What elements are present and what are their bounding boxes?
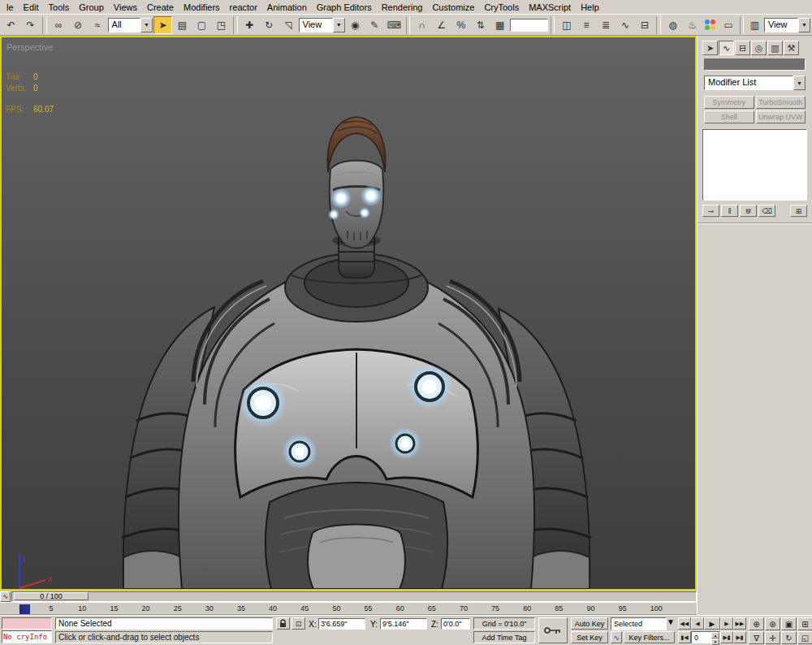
selection-lock-button[interactable]	[276, 617, 290, 630]
spinner-snap-icon[interactable]: ⇅	[471, 16, 490, 34]
arc-rotate-icon[interactable]: ↻	[781, 631, 797, 644]
pan-view-icon[interactable]: ✛	[765, 631, 780, 644]
set-keys-button[interactable]	[538, 617, 568, 643]
modifier-stack-list[interactable]	[702, 129, 807, 201]
menu-item[interactable]: Customize	[427, 2, 479, 13]
key-filters-button[interactable]: Key Filters...	[624, 631, 675, 643]
configure-modifier-sets-icon[interactable]: ⊞	[790, 205, 807, 217]
auto-key-button[interactable]: Auto Key	[571, 617, 608, 630]
menu-item[interactable]: CryTools	[479, 2, 524, 13]
menu-item[interactable]: Group	[74, 2, 109, 13]
selection-filter-dropdown[interactable]: All ▼	[108, 18, 153, 32]
rendered-frame-window-icon[interactable]: ▭	[720, 16, 737, 34]
viewport-layout-icon[interactable]: ▥	[746, 16, 763, 34]
select-and-manipulate-icon[interactable]: ✎	[365, 16, 384, 34]
show-end-result-icon[interactable]: ‖	[721, 205, 738, 217]
perspective-viewport[interactable]: z x Perspective Tris:0 Verts:0 FPS:60.07	[0, 36, 697, 591]
modify-tab[interactable]: ∿	[719, 41, 734, 55]
viewport-label[interactable]: Perspective	[6, 42, 53, 52]
undo-icon[interactable]: ↶	[2, 16, 20, 34]
menu-item[interactable]: le	[2, 2, 19, 13]
time-slider-handle[interactable]: 0 / 100	[14, 592, 89, 600]
set-key-button[interactable]: Set Key	[571, 631, 608, 643]
character-model[interactable]	[122, 117, 591, 589]
named-selection-set-field[interactable]	[510, 19, 548, 32]
z-coordinate-field[interactable]: 0'0.0"	[441, 618, 470, 630]
create-tab[interactable]: ➤	[702, 41, 718, 55]
select-and-move-icon[interactable]: ✚	[240, 16, 259, 34]
select-and-scale-icon[interactable]: ◹	[279, 16, 298, 34]
go-to-end-button[interactable]: ▶▶	[733, 617, 746, 630]
menu-item[interactable]: Create	[142, 2, 179, 13]
curve-editor-icon[interactable]: ∿	[615, 16, 634, 34]
previous-key-button[interactable]: ▮◀	[678, 631, 691, 643]
chevron-down-icon[interactable]: ▼	[798, 18, 810, 32]
next-frame-button[interactable]: ▶	[720, 617, 733, 630]
chevron-down-icon[interactable]: ▼	[333, 18, 345, 32]
zoom-extents-icon[interactable]: ▣	[781, 617, 797, 630]
chevron-down-icon[interactable]: ▼	[140, 18, 153, 32]
render-setup-icon[interactable]: ♨	[683, 16, 702, 34]
menu-item[interactable]: Animation	[262, 2, 312, 13]
modifier-list-dropdown[interactable]: Modifier List ▼	[704, 76, 806, 90]
select-and-rotate-icon[interactable]: ↻	[260, 16, 279, 34]
spinner-up-icon[interactable]: ▴	[711, 632, 719, 639]
angle-snap-icon[interactable]: ∠	[432, 16, 451, 34]
unlink-selection-icon[interactable]: ⊘	[69, 16, 88, 34]
mirror-icon[interactable]: ◫	[557, 16, 576, 34]
schematic-view-icon[interactable]: ⊟	[635, 16, 654, 34]
go-to-start-button[interactable]: ◀◀	[678, 617, 691, 630]
align-icon[interactable]: ≡	[577, 16, 595, 34]
chevron-down-icon[interactable]: ▼	[793, 76, 806, 90]
open-mini-curve-editor-button[interactable]: ∿	[0, 591, 11, 602]
key-filter-selected-dropdown[interactable]: Selected ▼	[611, 617, 675, 630]
use-pivot-point-center-icon[interactable]: ◉	[346, 16, 365, 34]
default-tangent-icon[interactable]: ∿	[611, 631, 622, 643]
play-button[interactable]: ▶	[704, 617, 720, 630]
select-and-link-icon[interactable]: ∞	[50, 16, 68, 34]
menu-item[interactable]: Rendering	[377, 2, 428, 13]
snap-toggle-3d-icon[interactable]: ∩	[412, 16, 431, 34]
modifier-shortcut-button[interactable]: Shell	[704, 110, 754, 123]
keyboard-override-icon[interactable]: ⌨	[385, 16, 404, 34]
spinner-down-icon[interactable]: ▾	[711, 639, 719, 645]
bind-to-space-warp-icon[interactable]: ≈	[89, 16, 107, 34]
window-crossing-icon[interactable]: ◳	[212, 16, 231, 34]
zoom-all-icon[interactable]: ⊛	[765, 617, 780, 630]
add-time-tag[interactable]: Add Time Tag	[473, 631, 535, 643]
go-to-end-button2[interactable]: ▶▮	[733, 631, 746, 643]
percent-snap-icon[interactable]: %	[451, 16, 470, 34]
chevron-down-icon[interactable]: ▼	[667, 617, 675, 630]
object-name-field[interactable]	[704, 58, 806, 71]
previous-frame-button[interactable]: ◀	[691, 617, 704, 630]
menu-item[interactable]: Modifiers	[179, 2, 225, 13]
named-selection-sets-icon[interactable]: ▦	[490, 16, 509, 34]
menu-item[interactable]: reactor	[225, 2, 262, 13]
current-frame-field[interactable]: 0 ▴ ▾	[691, 631, 720, 643]
pin-stack-icon[interactable]: ⊸	[702, 205, 719, 217]
frame-spinner[interactable]: ▴ ▾	[711, 632, 719, 643]
make-unique-icon[interactable]: ⋓	[740, 205, 757, 217]
hierarchy-tab[interactable]: ⊟	[735, 41, 750, 55]
display-tab[interactable]: ▥	[767, 41, 783, 55]
modifier-shortcut-button[interactable]: Symmetry	[704, 96, 754, 109]
x-coordinate-field[interactable]: 3'6.659"	[318, 618, 365, 630]
rectangular-selection-region-icon[interactable]: ▢	[192, 16, 211, 34]
layer-manager-icon[interactable]: ≣	[596, 16, 615, 34]
utilities-tab[interactable]: ⚒	[784, 41, 799, 55]
modifier-shortcut-button[interactable]: TurboSmooth	[756, 96, 806, 109]
viewport-canvas[interactable]: z x	[2, 37, 695, 589]
menu-item[interactable]: Help	[576, 2, 604, 13]
field-of-view-icon[interactable]: ∇	[749, 631, 764, 644]
modifier-shortcut-button[interactable]: Unwrap UVW	[756, 110, 806, 123]
min-max-toggle-icon[interactable]: ◱	[797, 631, 812, 644]
quick-render-icon[interactable]	[702, 16, 719, 34]
menu-item[interactable]: Edit	[19, 2, 44, 13]
menu-item[interactable]: Views	[109, 2, 142, 13]
menu-item[interactable]: Tools	[44, 2, 75, 13]
reference-coordinate-dropdown[interactable]: View ▼	[299, 18, 345, 32]
redo-icon[interactable]: ↷	[21, 16, 40, 34]
material-editor-icon[interactable]: ◍	[663, 16, 682, 34]
next-key-button[interactable]: ▶▮	[720, 631, 733, 643]
select-object-icon[interactable]: ➤	[153, 16, 172, 34]
